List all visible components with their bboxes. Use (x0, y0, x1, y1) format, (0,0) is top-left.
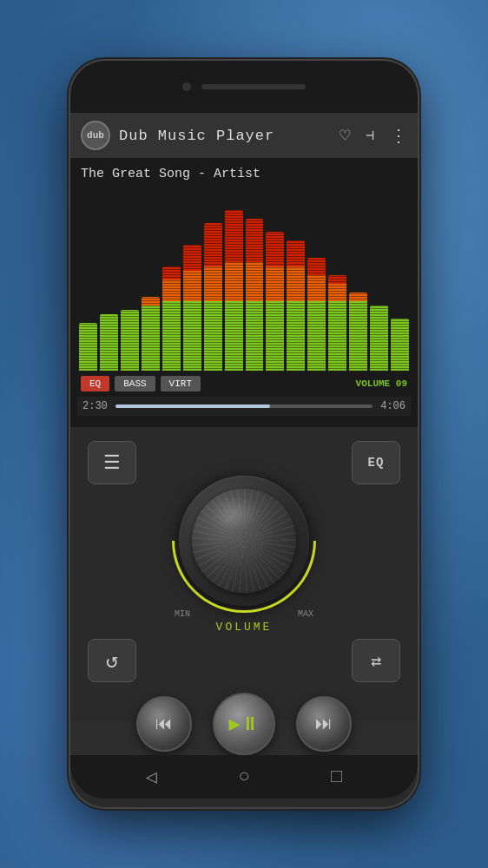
eq-bar (307, 197, 326, 371)
song-title: The Great Song - Artist (77, 167, 411, 181)
eq-label: EQ (368, 456, 385, 470)
progress-track[interactable] (115, 404, 373, 408)
repeat-icon: ↺ (106, 648, 118, 674)
eq-controls: EQ BASS VIRT VOLUME 09 (77, 371, 411, 397)
repeat-button[interactable]: ↺ (88, 639, 136, 682)
eq-bar (225, 197, 243, 371)
eq-bar (370, 197, 388, 371)
total-time: 4:06 (379, 400, 406, 412)
eq-bar (204, 197, 222, 371)
virt-button[interactable]: VIRT (161, 376, 201, 391)
app-title: Dub Music Player (119, 128, 331, 144)
previous-icon: ⏮ (155, 713, 173, 734)
eq-bar (287, 197, 305, 371)
knob-inner (192, 489, 296, 593)
eq-bar (328, 197, 346, 371)
home-nav-icon[interactable]: ○ (238, 766, 249, 788)
eq-button[interactable]: EQ (81, 376, 109, 391)
eq-toggle-button[interactable]: EQ (352, 441, 400, 484)
bottom-button-row: ↺ ⇄ (88, 639, 400, 682)
eq-bars (77, 188, 411, 371)
eq-bar (266, 197, 284, 371)
knob-shine (209, 496, 261, 530)
volume-title: VOLUME (216, 621, 273, 634)
shuffle-icon: ⇄ (371, 650, 381, 672)
playback-row: ⏮ ▶⏸ ⏭ (88, 693, 400, 755)
progress-bar-section: 2:30 4:06 (77, 397, 411, 416)
camera (182, 82, 191, 91)
eq-bar (349, 197, 367, 371)
app-logo: dub (81, 121, 110, 150)
eq-bar (162, 197, 181, 371)
speaker (201, 84, 306, 89)
previous-button[interactable]: ⏮ (136, 696, 192, 752)
nav-bar: ◁ ○ □ (70, 755, 418, 799)
top-bar: dub Dub Music Player ♡ ⊣ ⋮ (70, 113, 418, 158)
equalizer-icon[interactable]: ⊣ (366, 127, 374, 144)
volume-knob[interactable] (179, 476, 309, 606)
back-nav-icon[interactable]: ◁ (146, 766, 157, 789)
eq-bar (246, 197, 264, 371)
favorite-icon[interactable]: ♡ (340, 125, 350, 147)
knob-min-label: MIN (175, 609, 190, 619)
next-button[interactable]: ⏭ (296, 696, 352, 752)
visualizer-section: The Great Song - Artist EQ BASS VIRT VOL… (70, 158, 418, 427)
playlist-button[interactable]: ☰ (88, 441, 136, 484)
eq-bar (183, 197, 201, 371)
phone-frame: dub Dub Music Player ♡ ⊣ ⋮ The Great Son… (70, 61, 418, 807)
menu-icon[interactable]: ⋮ (390, 125, 407, 147)
top-icons: ♡ ⊣ ⋮ (340, 125, 407, 147)
bass-button[interactable]: BASS (115, 376, 155, 391)
eq-bar (142, 197, 160, 371)
knob-max-label: MAX (298, 609, 313, 619)
app-content: dub Dub Music Player ♡ ⊣ ⋮ The Great Son… (70, 113, 418, 755)
eq-bar (79, 197, 97, 371)
play-pause-button[interactable]: ▶⏸ (213, 693, 275, 755)
shuffle-button[interactable]: ⇄ (352, 639, 400, 682)
phone-top (70, 61, 418, 113)
next-icon: ⏭ (315, 713, 333, 734)
eq-bar (391, 197, 409, 371)
progress-fill (115, 404, 270, 408)
volume-display: VOLUME 09 (356, 378, 407, 389)
play-pause-icon: ▶⏸ (228, 713, 259, 736)
playlist-icon: ☰ (103, 451, 121, 475)
recents-nav-icon[interactable]: □ (331, 766, 342, 788)
eq-bar (121, 197, 139, 371)
current-time: 2:30 (82, 400, 109, 412)
volume-knob-container: MIN MAX VOLUME (175, 476, 313, 634)
player-controls: ☰ EQ MIN MAX (70, 427, 418, 720)
eq-bar (100, 197, 118, 371)
